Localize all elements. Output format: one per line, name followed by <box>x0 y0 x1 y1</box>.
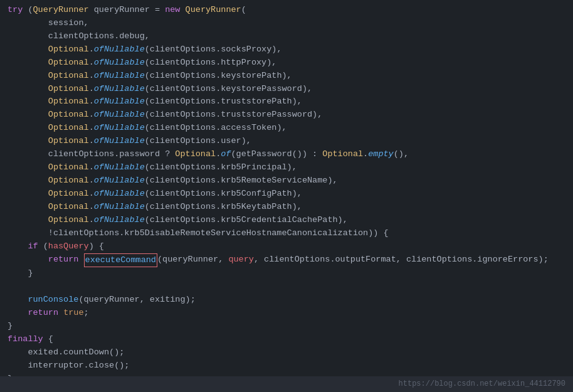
code-line: finally { <box>0 333 573 346</box>
code-token: (clientOptions.krb5CredentialCachePath), <box>145 214 348 227</box>
code-line: clientOptions.password ? Optional.of(get… <box>0 148 573 161</box>
code-token: (clientOptions.user), <box>145 135 251 148</box>
code-line: Optional.ofNullable(clientOptions.keysto… <box>0 70 573 83</box>
code-token <box>8 240 28 253</box>
code-token: ofNullable <box>94 188 145 201</box>
code-line: Optional.ofNullable(clientOptions.krb5Ke… <box>0 201 573 214</box>
code-token: (clientOptions.krb5Principal), <box>145 161 297 174</box>
code-editor: try (QueryRunner queryRunner = new Query… <box>0 0 573 376</box>
code-token <box>8 95 48 109</box>
code-token: Optional <box>48 56 89 70</box>
code-token: (clientOptions.socksProxy), <box>145 43 282 56</box>
code-token: ( <box>241 4 246 17</box>
code-token: } <box>8 320 13 333</box>
code-token <box>8 83 48 96</box>
code-token: (clientOptions.accessToken), <box>145 122 287 135</box>
code-line: return true; <box>0 307 573 320</box>
code-token: . <box>89 43 94 56</box>
code-token: ofNullable <box>94 122 145 135</box>
code-token: (queryRunner, exiting); <box>78 294 195 307</box>
code-line: return executeCommand(queryRunner, query… <box>0 253 573 268</box>
code-token: hasQuery <box>48 240 89 253</box>
code-line: Optional.ofNullable(clientOptions.krb5Cr… <box>0 214 573 227</box>
code-token: ( <box>38 240 48 253</box>
code-token: . <box>89 174 94 188</box>
code-token: return <box>28 307 58 320</box>
code-token: clientOptions.password ? <box>8 148 175 161</box>
code-token: ( <box>23 4 33 17</box>
code-token <box>8 174 48 188</box>
code-line: Optional.ofNullable(clientOptions.keysto… <box>0 83 573 96</box>
code-token: (clientOptions.truststorePath), <box>145 95 302 109</box>
code-token: (queryRunner, <box>157 253 228 268</box>
code-token: (clientOptions.krb5RemoteServiceName), <box>145 174 338 188</box>
code-token: Optional <box>48 135 89 148</box>
code-token: (clientOptions.httpProxy), <box>145 56 277 70</box>
code-token: (), <box>394 148 409 161</box>
code-token <box>8 253 48 268</box>
code-token: (getPassword()) : <box>231 148 322 161</box>
code-line: exited.countDown(); <box>0 346 573 359</box>
code-line: Optional.ofNullable(clientOptions.access… <box>0 122 573 135</box>
code-token: ofNullable <box>94 174 145 188</box>
code-token: Optional <box>48 174 89 188</box>
footer-url: https://blog.csdn.net/weixin_44112790 <box>399 378 565 390</box>
code-token: session, <box>8 17 89 30</box>
code-token: . <box>89 161 94 174</box>
code-token: new <box>165 4 180 17</box>
code-token: (clientOptions.keystorePath), <box>145 70 292 83</box>
code-line: Optional.ofNullable(clientOptions.trusts… <box>0 109 573 122</box>
code-token: (clientOptions.krb5KeytabPath), <box>145 201 302 214</box>
code-token: Optional <box>48 188 89 201</box>
code-line: Optional.ofNullable(clientOptions.krb5Co… <box>0 188 573 201</box>
code-token <box>8 214 48 227</box>
code-token <box>8 135 48 148</box>
code-token: ofNullable <box>94 201 145 214</box>
code-token: . <box>89 109 94 122</box>
code-token: ofNullable <box>94 83 145 96</box>
code-line: Optional.ofNullable(clientOptions.krb5Pr… <box>0 161 573 174</box>
code-token: clientOptions.debug, <box>8 30 150 43</box>
code-token <box>8 188 48 201</box>
code-token <box>8 294 28 307</box>
code-token: . <box>363 148 368 161</box>
code-token: query <box>228 253 254 268</box>
code-token: . <box>89 95 94 109</box>
code-token: } <box>8 267 33 280</box>
code-token: ofNullable <box>94 95 145 109</box>
code-token: Optional <box>48 83 89 96</box>
code-token: ofNullable <box>94 56 145 70</box>
footer-bar: https://blog.csdn.net/weixin_44112790 <box>0 376 573 392</box>
code-token: ofNullable <box>94 70 145 83</box>
code-token: Optional <box>48 201 89 214</box>
code-token: Optional <box>48 122 89 135</box>
code-token: if <box>28 240 38 253</box>
code-token: , clientOptions.outputFormat, clientOpti… <box>254 253 549 268</box>
code-token <box>8 56 48 70</box>
code-line: } <box>0 267 573 280</box>
code-token: (clientOptions.keystorePassword), <box>145 83 312 96</box>
code-token: queryRunner = <box>89 4 166 17</box>
code-token: Optional <box>48 70 89 83</box>
code-token: ofNullable <box>94 214 145 227</box>
code-token: Optional <box>48 43 89 56</box>
code-token: return <box>48 253 79 268</box>
code-line: try (QueryRunner queryRunner = new Query… <box>0 4 573 17</box>
code-token: ofNullable <box>94 109 145 122</box>
code-token: Optional <box>48 95 89 109</box>
code-line: interruptor.close(); <box>0 359 573 373</box>
code-token: . <box>89 214 94 227</box>
code-line <box>0 280 573 294</box>
code-line: if (hasQuery) { <box>0 240 573 253</box>
code-line: Optional.ofNullable(clientOptions.krb5Re… <box>0 174 573 188</box>
code-token: exited.countDown(); <box>8 346 124 359</box>
code-token: . <box>89 135 94 148</box>
code-token: ofNullable <box>94 135 145 148</box>
code-token: Optional <box>175 148 216 161</box>
code-token <box>58 307 63 320</box>
code-token <box>8 201 48 214</box>
code-token <box>8 43 48 56</box>
code-token: (clientOptions.truststorePassword), <box>145 109 323 122</box>
code-token: . <box>89 201 94 214</box>
code-token: . <box>216 148 221 161</box>
